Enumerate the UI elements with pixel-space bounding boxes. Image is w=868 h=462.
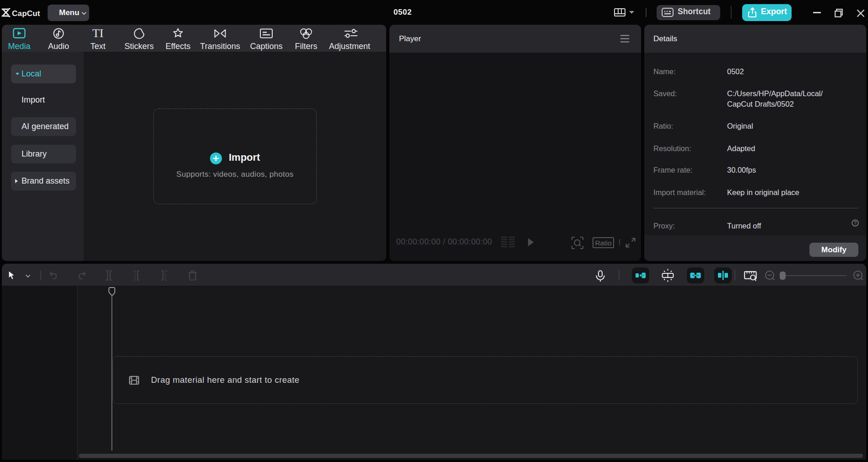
svg-text:TI: TI — [92, 28, 104, 39]
svg-text:?: ? — [854, 220, 857, 226]
svg-text:CapCut: CapCut — [12, 9, 40, 18]
